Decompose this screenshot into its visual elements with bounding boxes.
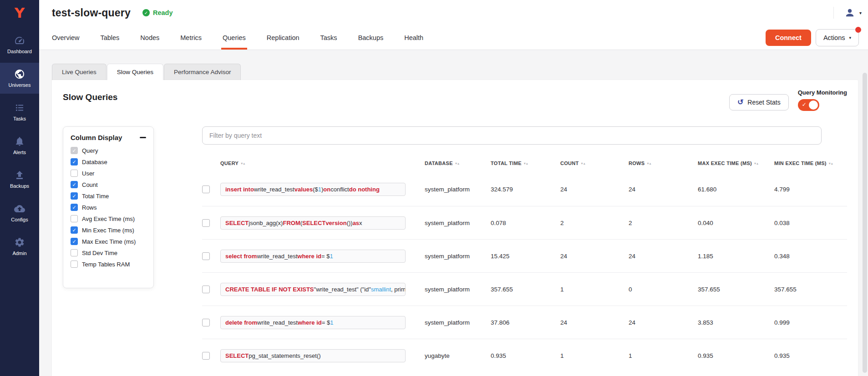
- sort-arrows-icon[interactable]: ▾▴: [524, 161, 528, 165]
- query-monitoring-toggle[interactable]: ✓: [798, 99, 819, 111]
- column-option-min-exec-time-ms[interactable]: ✓Min Exec Time (ms): [71, 226, 146, 234]
- window-scrollbar[interactable]: [863, 73, 867, 373]
- yugabyte-logo-icon[interactable]: Y: [0, 0, 39, 25]
- column-option-label: Min Exec Time (ms): [82, 227, 134, 234]
- tab-tables[interactable]: Tables: [100, 25, 119, 50]
- unchecked-checkbox-icon[interactable]: [71, 215, 78, 222]
- query-text-cell[interactable]: insert into write_read_test values ($1) …: [220, 183, 406, 196]
- sidebar-item-admin[interactable]: Admin: [0, 231, 39, 262]
- sort-arrows-icon[interactable]: ▾▴: [754, 161, 759, 165]
- sidebar-item-tasks[interactable]: Tasks: [0, 96, 39, 127]
- query-filter-input[interactable]: [202, 126, 822, 145]
- collapse-icon[interactable]: [140, 137, 146, 138]
- tab-backups[interactable]: Backups: [358, 25, 384, 50]
- subtab-slow-queries[interactable]: Slow Queries: [107, 64, 163, 80]
- column-option-database[interactable]: ✓Database: [71, 158, 146, 165]
- user-avatar-icon[interactable]: [845, 8, 855, 18]
- sidebar-item-universes[interactable]: Universes: [0, 63, 39, 94]
- nav-actions: Connect Actions ▾: [766, 29, 859, 46]
- column-header-total-time[interactable]: TOTAL TIME▾▴: [491, 160, 560, 166]
- page-title: Slow Queries: [63, 92, 117, 102]
- row-checkbox[interactable]: [202, 219, 210, 227]
- sidebar-item-alerts[interactable]: Alerts: [0, 130, 39, 161]
- column-option-rows[interactable]: ✓Rows: [71, 204, 146, 211]
- universe-title: test-slow-query: [52, 7, 131, 19]
- tab-replication[interactable]: Replication: [267, 25, 299, 50]
- configs-icon: [14, 203, 25, 214]
- sort-arrows-icon[interactable]: ▾▴: [241, 161, 245, 165]
- unchecked-checkbox-icon[interactable]: [71, 249, 78, 256]
- sidebar-item-label: Dashboard: [7, 49, 32, 54]
- column-header-min-exec-time-ms[interactable]: MIN EXEC TIME (MS)▾▴: [774, 160, 847, 166]
- subtab-performance-advisor[interactable]: Performance Advisor: [164, 64, 241, 80]
- tab-tasks[interactable]: Tasks: [320, 25, 337, 50]
- panel-body: Column Display ✓Query✓DatabaseUser✓Count…: [63, 126, 847, 372]
- column-option-max-exec-time-ms[interactable]: ✓Max Exec Time (ms): [71, 238, 146, 245]
- subtab-live-queries[interactable]: Live Queries: [52, 64, 107, 80]
- query-text-cell[interactable]: delete from write_read_test where id = $…: [220, 316, 406, 329]
- query-text-cell[interactable]: CREATE TABLE IF NOT EXISTS "write_read_t…: [220, 283, 406, 296]
- topbar: test-slow-query ✓ Ready ▾: [39, 0, 868, 25]
- count-cell: 1: [560, 352, 629, 359]
- database-cell: yugabyte: [425, 352, 491, 359]
- column-header-rows[interactable]: ROWS▾▴: [629, 160, 698, 166]
- column-option-total-time[interactable]: ✓Total Time: [71, 192, 146, 200]
- column-option-avg-exec-time-ms[interactable]: Avg Exec Time (ms): [71, 215, 146, 222]
- table-row[interactable]: SELECT jsonb_agg(x) FROM (SELECT version…: [202, 206, 847, 239]
- tab-health[interactable]: Health: [404, 25, 423, 50]
- sidebar-item-configs[interactable]: Configs: [0, 197, 39, 228]
- column-option-temp-tables-ram[interactable]: Temp Tables RAM: [71, 261, 146, 268]
- row-checkbox[interactable]: [202, 286, 210, 293]
- row-checkbox[interactable]: [202, 352, 210, 360]
- tab-metrics[interactable]: Metrics: [180, 25, 202, 50]
- sort-arrows-icon[interactable]: ▾▴: [455, 161, 460, 165]
- sidebar-item-backups[interactable]: Backups: [0, 164, 39, 195]
- column-option-std-dev-time[interactable]: Std Dev Time: [71, 249, 146, 256]
- sort-arrows-icon[interactable]: ▾▴: [647, 161, 651, 165]
- checked-checkbox-icon[interactable]: ✓: [71, 158, 78, 165]
- checked-checkbox-icon[interactable]: ✓: [71, 238, 78, 245]
- rows-cell: 24: [629, 319, 698, 326]
- column-header-database[interactable]: DATABASE▾▴: [425, 160, 491, 166]
- table-row[interactable]: SELECT pg_stat_statements_reset()yugabyt…: [202, 339, 847, 372]
- table-row[interactable]: CREATE TABLE IF NOT EXISTS "write_read_t…: [202, 272, 847, 306]
- table-row[interactable]: select from write_read_test where id = $…: [202, 239, 847, 272]
- user-menu-caret-icon[interactable]: ▾: [859, 10, 862, 15]
- row-checkbox[interactable]: [202, 252, 210, 260]
- checked-checkbox-icon[interactable]: ✓: [71, 204, 78, 211]
- column-option-count[interactable]: ✓Count: [71, 181, 146, 188]
- sort-arrows-icon[interactable]: ▾▴: [581, 161, 586, 165]
- column-option-label: Max Exec Time (ms): [82, 238, 136, 245]
- row-checkbox[interactable]: [202, 319, 210, 326]
- database-cell: system_platform: [425, 186, 491, 193]
- table-row[interactable]: insert into write_read_test values ($1) …: [202, 173, 847, 206]
- reset-stats-button[interactable]: ↺ Reset Stats: [729, 94, 789, 110]
- tab-queries[interactable]: Queries: [223, 25, 246, 50]
- sort-arrows-icon[interactable]: ▾▴: [829, 161, 833, 165]
- column-header-query[interactable]: QUERY▾▴: [220, 160, 245, 166]
- tasks-icon: [14, 102, 25, 113]
- panel-controls: ↺ Reset Stats Query Monitoring ✓: [729, 89, 847, 111]
- tab-overview[interactable]: Overview: [52, 25, 79, 50]
- checked-checkbox-icon[interactable]: ✓: [71, 181, 78, 188]
- column-header-count[interactable]: COUNT▾▴: [560, 160, 629, 166]
- row-checkbox[interactable]: [202, 185, 210, 193]
- database-cell: system_platform: [425, 220, 491, 226]
- query-text-cell[interactable]: SELECT jsonb_agg(x) FROM (SELECT version…: [220, 216, 406, 230]
- checked-checkbox-icon[interactable]: ✓: [71, 226, 78, 234]
- table-row[interactable]: delete from write_read_test where id = $…: [202, 306, 847, 339]
- sidebar-item-dashboard[interactable]: Dashboard: [0, 29, 39, 60]
- unchecked-checkbox-icon[interactable]: [71, 170, 78, 177]
- app-root: Y DashboardUniversesTasksAlertsBackupsCo…: [0, 0, 868, 376]
- tab-nodes[interactable]: Nodes: [140, 25, 159, 50]
- connect-button[interactable]: Connect: [766, 30, 811, 46]
- sidebar: Y DashboardUniversesTasksAlertsBackupsCo…: [0, 0, 39, 376]
- query-text-cell[interactable]: select from write_read_test where id = $…: [220, 250, 406, 263]
- checked-checkbox-icon[interactable]: ✓: [71, 192, 78, 200]
- column-header-max-exec-time-ms[interactable]: MAX EXEC TIME (MS)▾▴: [698, 160, 774, 166]
- query-text-cell[interactable]: SELECT pg_stat_statements_reset(): [220, 349, 406, 362]
- column-display-options: ✓Query✓DatabaseUser✓Count✓Total Time✓Row…: [71, 147, 146, 268]
- actions-button[interactable]: Actions ▾: [816, 29, 859, 46]
- column-option-user[interactable]: User: [71, 170, 146, 177]
- unchecked-checkbox-icon[interactable]: [71, 261, 78, 268]
